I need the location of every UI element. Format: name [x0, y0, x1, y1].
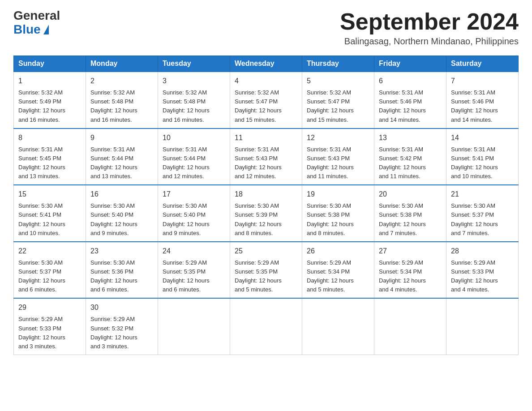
day-number: 1 [18, 76, 81, 86]
day-number: 8 [18, 133, 81, 143]
day-info: Sunrise: 5:32 AM Sunset: 5:47 PM Dayligh… [235, 89, 282, 123]
title-area: September 2024 Balingasag, Northern Mind… [340, 9, 519, 47]
calendar-cell [158, 298, 230, 355]
calendar-cell: 6 Sunrise: 5:31 AM Sunset: 5:46 PM Dayli… [374, 72, 446, 128]
calendar-cell: 29 Sunrise: 5:29 AM Sunset: 5:33 PM Dayl… [14, 298, 86, 355]
day-info: Sunrise: 5:31 AM Sunset: 5:43 PM Dayligh… [235, 146, 282, 180]
day-info: Sunrise: 5:32 AM Sunset: 5:48 PM Dayligh… [90, 89, 137, 123]
calendar-cell: 16 Sunrise: 5:30 AM Sunset: 5:40 PM Dayl… [86, 185, 158, 242]
day-number: 12 [307, 133, 369, 143]
day-info: Sunrise: 5:32 AM Sunset: 5:49 PM Dayligh… [18, 89, 65, 123]
day-number: 7 [451, 76, 514, 86]
calendar-header-tuesday: Tuesday [158, 56, 230, 72]
calendar-cell: 4 Sunrise: 5:32 AM Sunset: 5:47 PM Dayli… [230, 72, 302, 128]
day-number: 15 [18, 189, 81, 200]
calendar-cell [446, 298, 519, 355]
day-number: 16 [90, 189, 153, 200]
day-info: Sunrise: 5:31 AM Sunset: 5:46 PM Dayligh… [451, 89, 498, 123]
day-info: Sunrise: 5:30 AM Sunset: 5:40 PM Dayligh… [90, 202, 137, 236]
day-info: Sunrise: 5:31 AM Sunset: 5:43 PM Dayligh… [307, 146, 354, 180]
day-info: Sunrise: 5:31 AM Sunset: 5:42 PM Dayligh… [379, 146, 426, 180]
calendar-table: SundayMondayTuesdayWednesdayThursdayFrid… [13, 56, 519, 355]
calendar-header-row: SundayMondayTuesdayWednesdayThursdayFrid… [14, 56, 519, 72]
day-info: Sunrise: 5:31 AM Sunset: 5:46 PM Dayligh… [379, 89, 426, 123]
day-info: Sunrise: 5:30 AM Sunset: 5:37 PM Dayligh… [18, 259, 65, 293]
day-number: 21 [451, 189, 514, 200]
calendar-cell: 7 Sunrise: 5:31 AM Sunset: 5:46 PM Dayli… [446, 72, 519, 128]
day-number: 13 [379, 133, 442, 143]
calendar-cell: 3 Sunrise: 5:32 AM Sunset: 5:48 PM Dayli… [158, 72, 230, 128]
calendar-header-friday: Friday [374, 56, 446, 72]
calendar-cell: 1 Sunrise: 5:32 AM Sunset: 5:49 PM Dayli… [14, 72, 86, 128]
day-number: 30 [90, 302, 153, 313]
calendar-cell: 21 Sunrise: 5:30 AM Sunset: 5:37 PM Dayl… [446, 185, 519, 242]
day-info: Sunrise: 5:30 AM Sunset: 5:41 PM Dayligh… [18, 202, 65, 236]
logo-general-text: General [13, 9, 60, 23]
calendar-cell: 27 Sunrise: 5:29 AM Sunset: 5:34 PM Dayl… [374, 242, 446, 299]
day-info: Sunrise: 5:29 AM Sunset: 5:35 PM Dayligh… [163, 259, 210, 293]
calendar-cell: 14 Sunrise: 5:31 AM Sunset: 5:41 PM Dayl… [446, 128, 519, 185]
day-number: 18 [235, 189, 297, 200]
day-number: 28 [451, 246, 514, 257]
calendar-cell: 18 Sunrise: 5:30 AM Sunset: 5:39 PM Dayl… [230, 185, 302, 242]
calendar-cell: 23 Sunrise: 5:30 AM Sunset: 5:36 PM Dayl… [86, 242, 158, 299]
day-info: Sunrise: 5:30 AM Sunset: 5:39 PM Dayligh… [235, 202, 282, 236]
location-subtitle: Balingasag, Northern Mindanao, Philippin… [340, 36, 519, 47]
day-number: 19 [307, 189, 369, 200]
calendar-cell [374, 298, 446, 355]
calendar-cell: 25 Sunrise: 5:29 AM Sunset: 5:35 PM Dayl… [230, 242, 302, 299]
day-number: 6 [379, 76, 442, 86]
day-number: 26 [307, 246, 369, 257]
calendar-cell: 30 Sunrise: 5:29 AM Sunset: 5:32 PM Dayl… [86, 298, 158, 355]
day-number: 25 [235, 246, 297, 257]
day-info: Sunrise: 5:29 AM Sunset: 5:33 PM Dayligh… [18, 316, 65, 349]
day-number: 5 [307, 76, 369, 86]
day-number: 4 [235, 76, 297, 86]
day-number: 24 [163, 246, 225, 257]
calendar-header-wednesday: Wednesday [230, 56, 302, 72]
day-info: Sunrise: 5:31 AM Sunset: 5:45 PM Dayligh… [18, 146, 65, 180]
page-header: General Blue September 2024 Balingasag, … [13, 9, 519, 47]
day-number: 14 [451, 133, 514, 143]
calendar-cell: 5 Sunrise: 5:32 AM Sunset: 5:47 PM Dayli… [302, 72, 374, 128]
day-number: 10 [163, 133, 225, 143]
calendar-header-saturday: Saturday [446, 56, 519, 72]
day-number: 27 [379, 246, 442, 257]
calendar-cell: 26 Sunrise: 5:29 AM Sunset: 5:34 PM Dayl… [302, 242, 374, 299]
calendar-cell: 10 Sunrise: 5:31 AM Sunset: 5:44 PM Dayl… [158, 128, 230, 185]
calendar-cell [302, 298, 374, 355]
month-title: September 2024 [340, 9, 519, 34]
day-info: Sunrise: 5:30 AM Sunset: 5:38 PM Dayligh… [307, 202, 354, 236]
day-info: Sunrise: 5:30 AM Sunset: 5:38 PM Dayligh… [379, 202, 426, 236]
day-number: 2 [90, 76, 153, 86]
day-info: Sunrise: 5:32 AM Sunset: 5:47 PM Dayligh… [307, 89, 354, 123]
calendar-cell: 19 Sunrise: 5:30 AM Sunset: 5:38 PM Dayl… [302, 185, 374, 242]
calendar-cell [230, 298, 302, 355]
calendar-cell: 24 Sunrise: 5:29 AM Sunset: 5:35 PM Dayl… [158, 242, 230, 299]
day-info: Sunrise: 5:30 AM Sunset: 5:36 PM Dayligh… [90, 259, 137, 293]
calendar-week-row: 8 Sunrise: 5:31 AM Sunset: 5:45 PM Dayli… [14, 128, 519, 185]
calendar-cell: 28 Sunrise: 5:29 AM Sunset: 5:33 PM Dayl… [446, 242, 519, 299]
day-info: Sunrise: 5:29 AM Sunset: 5:33 PM Dayligh… [451, 259, 498, 293]
calendar-header-sunday: Sunday [14, 56, 86, 72]
day-number: 9 [90, 133, 153, 143]
day-number: 17 [163, 189, 225, 200]
logo-blue-text: Blue [13, 23, 60, 37]
calendar-cell: 12 Sunrise: 5:31 AM Sunset: 5:43 PM Dayl… [302, 128, 374, 185]
day-number: 3 [163, 76, 225, 86]
day-number: 20 [379, 189, 442, 200]
calendar-week-row: 15 Sunrise: 5:30 AM Sunset: 5:41 PM Dayl… [14, 185, 519, 242]
calendar-cell: 13 Sunrise: 5:31 AM Sunset: 5:42 PM Dayl… [374, 128, 446, 185]
day-info: Sunrise: 5:31 AM Sunset: 5:44 PM Dayligh… [90, 146, 137, 180]
day-info: Sunrise: 5:31 AM Sunset: 5:41 PM Dayligh… [451, 146, 498, 180]
day-info: Sunrise: 5:29 AM Sunset: 5:34 PM Dayligh… [307, 259, 354, 293]
day-number: 22 [18, 246, 81, 257]
calendar-week-row: 22 Sunrise: 5:30 AM Sunset: 5:37 PM Dayl… [14, 242, 519, 299]
day-info: Sunrise: 5:29 AM Sunset: 5:32 PM Dayligh… [90, 316, 137, 349]
calendar-cell: 15 Sunrise: 5:30 AM Sunset: 5:41 PM Dayl… [14, 185, 86, 242]
day-info: Sunrise: 5:29 AM Sunset: 5:35 PM Dayligh… [235, 259, 282, 293]
calendar-cell: 9 Sunrise: 5:31 AM Sunset: 5:44 PM Dayli… [86, 128, 158, 185]
logo: General Blue [13, 9, 60, 37]
calendar-week-row: 29 Sunrise: 5:29 AM Sunset: 5:33 PM Dayl… [14, 298, 519, 355]
calendar-cell: 17 Sunrise: 5:30 AM Sunset: 5:40 PM Dayl… [158, 185, 230, 242]
